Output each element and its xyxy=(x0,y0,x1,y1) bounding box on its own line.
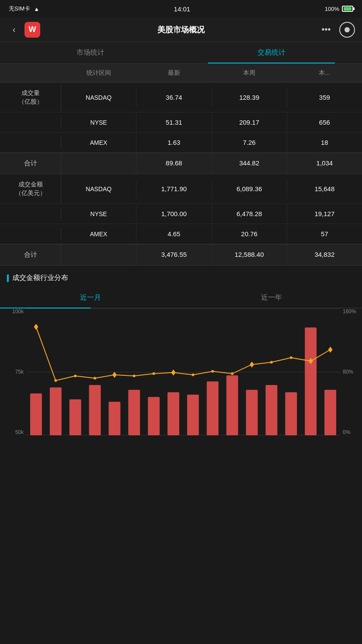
vol-subtotal-more: 1,034 xyxy=(287,153,362,174)
amt-subtotal-more: 34,832 xyxy=(287,245,362,265)
status-left: 无SIM卡 ▲ xyxy=(9,5,39,13)
svg-marker-16 xyxy=(34,324,38,330)
amount-subtotal-row: 合计 3,476.55 12,588.40 34,832 xyxy=(0,245,362,266)
volume-section: 成交量 （亿股） NASDAQ 36.74 128.39 359 NYSE 51… xyxy=(0,83,362,153)
amt-nasdaq-exchange: NASDAQ xyxy=(61,179,136,199)
amt-subtotal-exchange-spacer xyxy=(61,245,136,265)
table-row: NYSE 51.31 209.17 656 xyxy=(0,112,362,133)
vol-subtotal-latest: 89.68 xyxy=(136,153,212,174)
back-button[interactable]: ‹ xyxy=(7,23,21,37)
svg-marker-23 xyxy=(171,370,176,376)
amt-amex-latest: 4.65 xyxy=(136,224,212,244)
chart-area: 100k 75k 50k 160% 80% 0% xyxy=(0,308,362,448)
amount-label-unit: （亿美元） xyxy=(15,189,46,198)
vol-nyse-label-spacer xyxy=(0,116,61,129)
record-button[interactable] xyxy=(339,22,355,38)
amt-subtotal-label: 合计 xyxy=(0,245,61,265)
vol-nasdaq-exchange: NASDAQ xyxy=(61,88,136,107)
svg-point-29 xyxy=(290,357,292,359)
amount-group-label: 成交金额 （亿美元） xyxy=(0,174,61,203)
vol-nasdaq-latest: 36.74 xyxy=(136,88,212,107)
vol-nasdaq-weekly: 128.39 xyxy=(212,88,287,107)
svg-marker-30 xyxy=(309,358,313,364)
y-label-100k: 100k xyxy=(12,308,24,315)
svg-point-28 xyxy=(270,361,273,364)
amount-label-text: 成交金额 xyxy=(18,180,43,189)
vol-amex-exchange: AMEX xyxy=(61,133,136,152)
table-header: 统计区间 最新 本周 本... xyxy=(0,64,362,83)
vol-amex-more: 18 xyxy=(287,133,362,152)
vol-nyse-more: 656 xyxy=(287,112,362,132)
table-row: AMEX 1.63 7.26 18 xyxy=(0,133,362,153)
amt-nasdaq-latest: 1,771.90 xyxy=(136,179,212,199)
table-row: AMEX 4.65 20.76 57 xyxy=(0,224,362,244)
y-label-50k: 50k xyxy=(15,429,24,435)
main-tabs: 市场统计 交易统计 xyxy=(0,42,362,64)
amt-nyse-exchange: NYSE xyxy=(61,204,136,224)
volume-label-text: 成交量 xyxy=(21,89,40,98)
vol-nasdaq-more: 359 xyxy=(287,88,362,107)
tab-trading-stats[interactable]: 交易统计 xyxy=(181,42,362,63)
signal-text: 无SIM卡 xyxy=(9,5,30,13)
tab-market-stats[interactable]: 市场统计 xyxy=(0,42,181,63)
status-time: 14:01 xyxy=(174,5,191,13)
svg-point-17 xyxy=(54,379,57,382)
status-right: 100% xyxy=(325,6,353,12)
period-tab-month[interactable]: 近一月 xyxy=(0,288,181,308)
th-empty xyxy=(0,64,61,82)
y-label-0pct: 0% xyxy=(343,429,350,435)
nav-bar: ‹ W 美股市场概况 ••• xyxy=(0,18,362,42)
amt-nyse-latest: 1,700.00 xyxy=(136,204,212,224)
y-axis-left: 100k 75k 50k xyxy=(0,308,26,435)
amt-nyse-weekly: 6,478.28 xyxy=(212,204,287,224)
title-accent-bar xyxy=(7,274,9,282)
volume-group-label: 成交量 （亿股） xyxy=(0,83,61,112)
status-bar: 无SIM卡 ▲ 14:01 100% xyxy=(0,0,362,18)
svg-marker-27 xyxy=(250,362,254,368)
vol-subtotal-text: 合计 xyxy=(24,159,37,168)
vol-nyse-exchange: NYSE xyxy=(61,113,136,132)
svg-point-26 xyxy=(231,372,233,375)
period-tabs: 近一月 近一年 xyxy=(0,288,362,308)
app-icon: W xyxy=(24,22,40,38)
volume-subtotal-row: 合计 89.68 344.82 1,034 xyxy=(0,153,362,174)
volume-label-unit: （亿股） xyxy=(18,98,43,106)
amt-nyse-more: 19,127 xyxy=(287,204,362,224)
y-label-80pct: 80% xyxy=(343,369,353,375)
period-tab-year[interactable]: 近一年 xyxy=(181,288,362,308)
table-row: NYSE 1,700.00 6,478.28 19,127 xyxy=(0,204,362,224)
table-row: 成交金额 （亿美元） NASDAQ 1,771.90 6,089.36 15,6… xyxy=(0,174,362,204)
svg-point-22 xyxy=(153,372,155,375)
vol-nyse-latest: 51.31 xyxy=(136,112,212,132)
nav-right: ••• xyxy=(318,22,355,38)
distribution-section-title: 成交金额行业分布 xyxy=(0,266,362,288)
amt-subtotal-text: 合计 xyxy=(24,251,37,259)
amt-nasdaq-weekly: 6,089.36 xyxy=(212,179,287,199)
vol-subtotal-exchange-spacer xyxy=(61,153,136,174)
amount-section: 成交金额 （亿美元） NASDAQ 1,771.90 6,089.36 15,6… xyxy=(0,174,362,245)
vol-subtotal-label: 合计 xyxy=(0,153,61,174)
vol-subtotal-weekly: 344.82 xyxy=(212,153,287,174)
vol-nyse-weekly: 209.17 xyxy=(212,112,287,132)
amt-subtotal-latest: 3,476.55 xyxy=(136,245,212,265)
vol-amex-latest: 1.63 xyxy=(136,133,212,152)
battery-icon xyxy=(342,6,353,12)
record-icon xyxy=(345,27,350,32)
amt-amex-weekly: 20.76 xyxy=(212,224,287,244)
svg-point-18 xyxy=(74,375,77,378)
amt-nasdaq-more: 15,648 xyxy=(287,179,362,199)
y-label-160pct: 160% xyxy=(343,308,356,315)
amt-nyse-spacer xyxy=(0,208,61,220)
th-exchange: 统计区间 xyxy=(61,64,136,82)
page-title: 美股市场概况 xyxy=(157,24,205,35)
more-button[interactable]: ••• xyxy=(318,22,334,38)
th-latest: 最新 xyxy=(136,64,212,82)
amt-subtotal-weekly: 12,588.40 xyxy=(212,245,287,265)
svg-marker-20 xyxy=(112,372,117,378)
chart-plot-area xyxy=(26,308,340,435)
vol-amex-label-spacer xyxy=(0,136,61,149)
svg-point-25 xyxy=(211,370,214,373)
svg-point-24 xyxy=(191,374,194,376)
th-weekly: 本周 xyxy=(212,64,287,82)
amt-amex-more: 57 xyxy=(287,224,362,244)
